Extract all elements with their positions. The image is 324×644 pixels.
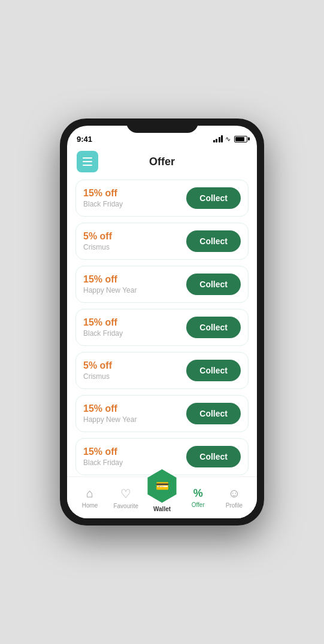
offer-discount: 15% off — [83, 446, 123, 457]
nav-favourite[interactable]: ♡ Favourite — [108, 487, 144, 509]
signal-icon — [213, 135, 223, 142]
status-time: 9:41 — [77, 135, 92, 144]
nav-offer[interactable]: % Offer — [180, 487, 216, 508]
collect-button-6[interactable]: Collect — [186, 403, 241, 424]
notch — [126, 119, 198, 133]
offer-info: 15% off Happy New Year — [83, 274, 137, 294]
collect-button-4[interactable]: Collect — [186, 317, 241, 338]
offer-name: Black Friday — [83, 329, 123, 338]
collect-button-2[interactable]: Collect — [186, 230, 241, 252]
status-icons: ∿ — [213, 135, 248, 143]
phone-screen: 9:41 ∿ Offer 15% off Black Frid — [67, 126, 257, 518]
nav-profile-label: Profile — [226, 502, 243, 509]
offer-card-6: 15% off Happy New Year Collect — [75, 395, 249, 432]
bottom-nav: ⌂ Home ♡ Favourite 💳 Wallet % Offer ☺ Pr… — [67, 476, 257, 518]
offer-card-1: 15% off Black Friday Collect — [75, 180, 249, 217]
nav-profile[interactable]: ☺ Profile — [216, 487, 252, 509]
offer-name: Black Friday — [83, 458, 123, 467]
offer-name: Black Friday — [83, 200, 123, 208]
page-title: Offer — [98, 156, 226, 168]
offer-info: 15% off Happy New Year — [83, 403, 137, 424]
offer-card-4: 15% off Black Friday Collect — [75, 309, 249, 346]
nav-wallet-label: Wallet — [153, 506, 171, 512]
nav-favourite-label: Favourite — [113, 503, 138, 509]
offer-icon: % — [193, 487, 203, 500]
collect-button-1[interactable]: Collect — [186, 187, 241, 209]
offer-info: 15% off Black Friday — [83, 188, 123, 208]
offers-list[interactable]: 15% off Black Friday Collect 5% off Cris… — [67, 177, 257, 476]
collect-button-5[interactable]: Collect — [186, 360, 241, 381]
menu-button[interactable] — [77, 151, 98, 172]
collect-button-7[interactable]: Collect — [186, 446, 241, 467]
offer-info: 5% off Crismus — [83, 231, 112, 251]
phone-frame: 9:41 ∿ Offer 15% off Black Frid — [60, 119, 264, 525]
offer-name: Crismus — [83, 243, 112, 251]
profile-icon: ☺ — [228, 487, 240, 500]
nav-home-label: Home — [82, 502, 98, 509]
nav-home[interactable]: ⌂ Home — [72, 487, 108, 509]
heart-icon: ♡ — [120, 487, 131, 501]
nav-wallet[interactable]: 💳 Wallet — [144, 483, 180, 512]
offer-name: Happy New Year — [83, 286, 137, 294]
offer-discount: 15% off — [83, 188, 123, 199]
collect-button-3[interactable]: Collect — [186, 274, 241, 295]
offer-discount: 5% off — [83, 231, 112, 242]
offer-card-2: 5% off Crismus Collect — [75, 223, 249, 260]
offer-discount: 15% off — [83, 403, 137, 414]
offer-name: Crismus — [83, 372, 112, 381]
offer-info: 5% off Crismus — [83, 360, 112, 381]
offer-info: 15% off Black Friday — [83, 317, 123, 338]
wallet-icon: 💳 — [156, 479, 169, 493]
battery-icon — [234, 136, 247, 142]
nav-offer-label: Offer — [192, 502, 205, 508]
offer-info: 15% off Black Friday — [83, 446, 123, 467]
wifi-icon: ∿ — [225, 135, 231, 143]
offer-discount: 5% off — [83, 360, 112, 371]
app-header: Offer — [67, 147, 257, 177]
offer-name: Happy New Year — [83, 415, 137, 424]
offer-card-3: 15% off Happy New Year Collect — [75, 266, 249, 303]
offer-discount: 15% off — [83, 317, 123, 328]
offer-discount: 15% off — [83, 274, 137, 285]
offer-card-5: 5% off Crismus Collect — [75, 352, 249, 389]
home-icon: ⌂ — [86, 487, 93, 500]
